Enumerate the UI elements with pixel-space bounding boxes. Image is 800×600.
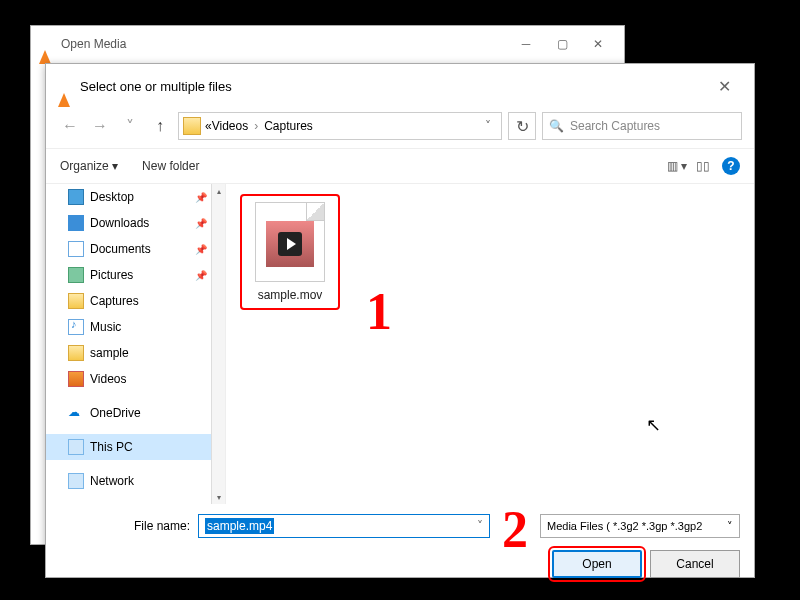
new-folder-button[interactable]: New folder [142,159,199,173]
file-type-filter[interactable]: Media Files ( *.3g2 *.3gp *.3gp2˅ [540,514,740,538]
sidebar: Desktop📌 Downloads📌 Documents📌 Pictures📌… [46,184,226,504]
folder-icon [68,293,84,309]
minimize-button[interactable]: ─ [508,32,544,56]
folder-icon [183,117,201,135]
sidebar-item-music[interactable]: Music [46,314,225,340]
dialog-body: Desktop📌 Downloads📌 Documents📌 Pictures📌… [46,184,754,504]
onedrive-icon: ☁ [68,405,84,421]
breadcrumb-dropdown[interactable]: ˅ [479,119,497,133]
cancel-button[interactable]: Cancel [650,550,740,578]
pictures-icon [68,267,84,283]
downloads-icon [68,215,84,231]
sidebar-item-downloads[interactable]: Downloads📌 [46,210,225,236]
vlc-icon [58,78,74,94]
filename-input[interactable]: sample.mp4 ˅ [198,514,490,538]
parent-titlebar: Open Media ─ ▢ ✕ [31,26,624,62]
preview-pane-button[interactable]: ▯▯ [692,155,714,177]
chevron-right-icon: › [254,119,258,133]
parent-title: Open Media [61,37,126,51]
breadcrumb-part[interactable]: Videos [212,119,248,133]
sidebar-item-desktop[interactable]: Desktop📌 [46,184,225,210]
annotation-2: 2 [502,514,528,545]
breadcrumb[interactable]: « Videos › Captures ˅ [178,112,502,140]
scroll-down-icon[interactable]: ▾ [212,490,225,504]
dialog-close-button[interactable]: ✕ [706,74,742,98]
pin-icon: 📌 [195,270,207,281]
play-icon [278,232,302,256]
dialog-footer: File name: sample.mp4 ˅ 2 Media Files ( … [46,504,754,588]
search-input[interactable]: 🔍 Search Captures [542,112,742,140]
pin-icon: 📌 [195,192,207,203]
breadcrumb-part[interactable]: Captures [264,119,313,133]
sidebar-item-videos[interactable]: Videos [46,366,225,392]
back-button[interactable]: ← [58,114,82,138]
pin-icon: 📌 [195,244,207,255]
desktop-icon [68,189,84,205]
up-button[interactable]: ↑ [148,114,172,138]
file-dialog: Select one or multiple files ✕ ← → ˅ ↑ «… [45,63,755,578]
sidebar-item-sample[interactable]: sample [46,340,225,366]
search-placeholder: Search Captures [570,119,660,133]
help-button[interactable]: ? [722,157,740,175]
folder-icon [68,345,84,361]
documents-icon [68,241,84,257]
file-item[interactable]: sample.mov [240,194,340,310]
maximize-button[interactable]: ▢ [544,32,580,56]
file-thumbnail [255,202,325,282]
sidebar-item-captures[interactable]: Captures [46,288,225,314]
search-icon: 🔍 [549,119,564,133]
nav-row: ← → ˅ ↑ « Videos › Captures ˅ ↻ 🔍 Search… [46,108,754,148]
sidebar-item-network[interactable]: Network [46,468,225,494]
file-area[interactable]: sample.mov 1 ↖ [226,184,754,504]
refresh-button[interactable]: ↻ [508,112,536,140]
sidebar-item-onedrive[interactable]: ☁OneDrive [46,400,225,426]
toolbar: Organize ▾ New folder ▥ ▾ ▯▯ ? [46,148,754,184]
breadcrumb-root: « [205,119,212,133]
dialog-titlebar: Select one or multiple files ✕ [46,64,754,108]
network-icon [68,473,84,489]
open-button[interactable]: Open [552,550,642,578]
annotation-1: 1 [366,282,392,341]
pin-icon: 📌 [195,218,207,229]
dialog-title: Select one or multiple files [80,79,232,94]
filename-value: sample.mp4 [205,518,274,534]
cursor-icon: ↖ [646,414,661,436]
thispc-icon [68,439,84,455]
filename-label: File name: [60,519,190,533]
videos-icon [68,371,84,387]
sidebar-item-thispc[interactable]: This PC [46,434,225,460]
sidebar-item-documents[interactable]: Documents📌 [46,236,225,262]
organize-button[interactable]: Organize ▾ [60,159,118,173]
music-icon [68,319,84,335]
vlc-icon [39,36,55,52]
recent-dropdown[interactable]: ˅ [118,114,142,138]
scroll-up-icon[interactable]: ▴ [212,184,225,198]
close-button[interactable]: ✕ [580,32,616,56]
file-label: sample.mov [248,288,332,302]
forward-button[interactable]: → [88,114,112,138]
sidebar-item-pictures[interactable]: Pictures📌 [46,262,225,288]
view-options-button[interactable]: ▥ ▾ [666,155,688,177]
sidebar-scrollbar[interactable]: ▴ ▾ [211,184,225,504]
